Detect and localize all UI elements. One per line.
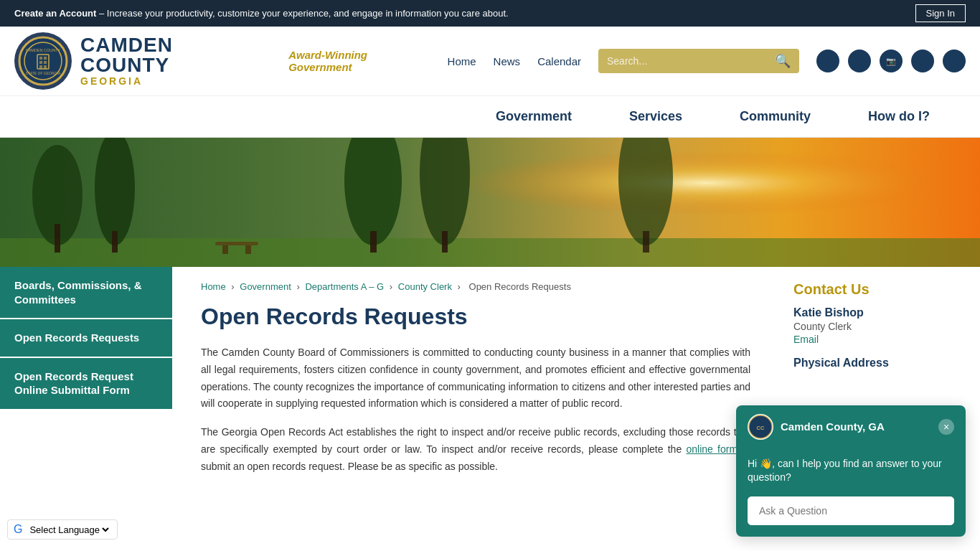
banner-text: Create an Account – Increase your produc… bbox=[14, 8, 509, 19]
svg-rect-9 bbox=[39, 65, 42, 69]
instagram-icon[interactable]: 📷 bbox=[880, 50, 903, 72]
svg-rect-6 bbox=[44, 57, 47, 60]
breadcrumb-sep-2: › bbox=[296, 281, 302, 292]
svg-rect-15 bbox=[55, 224, 60, 253]
chat-input-area bbox=[748, 496, 954, 525]
paragraph-2: The Georgia Open Records Act establishes… bbox=[201, 424, 750, 475]
social-icons: f 𝕏 📷 ▶ in bbox=[816, 50, 966, 72]
contact-role: County Clerk bbox=[793, 321, 966, 332]
chat-body: Hi 👋, can I help you find an answer to y… bbox=[736, 448, 966, 537]
nav-community[interactable]: Community bbox=[732, 96, 818, 137]
hero-svg bbox=[0, 138, 980, 267]
svg-rect-25 bbox=[222, 245, 228, 254]
breadcrumb-county-clerk[interactable]: County Clerk bbox=[398, 281, 452, 292]
seal-svg: CAMDEN COUNTY STATE OF GEORGIA bbox=[18, 36, 68, 86]
create-account-link[interactable]: Create an Account bbox=[14, 8, 96, 19]
translate-icon: G bbox=[14, 523, 22, 536]
nav-news[interactable]: News bbox=[494, 55, 521, 67]
county-seal: CAMDEN COUNTY STATE OF GEORGIA bbox=[14, 32, 72, 90]
search-input[interactable] bbox=[607, 55, 775, 67]
chat-header-title: Camden County, GA bbox=[781, 420, 885, 433]
breadcrumb-departments[interactable]: Departments A – G bbox=[305, 281, 384, 292]
svg-point-0 bbox=[19, 37, 67, 85]
hero-image bbox=[0, 138, 980, 267]
nav-government[interactable]: Government bbox=[489, 96, 579, 137]
state-name: GEORGIA bbox=[80, 75, 267, 87]
sidebar-item-submittal-form[interactable]: Open Records Request Online Submittal Fo… bbox=[0, 358, 172, 410]
language-select[interactable]: Select Language English Spanish French G… bbox=[27, 524, 111, 536]
contact-email-link[interactable]: Email bbox=[793, 334, 819, 345]
svg-rect-23 bbox=[643, 231, 649, 253]
breadcrumb-current: Open Records Requests bbox=[469, 281, 571, 292]
main-content: Home › Government › Departments A – G › … bbox=[172, 267, 779, 551]
header-nav: Home News Calendar 🔍 f 𝕏 📷 ▶ in bbox=[448, 49, 966, 73]
header: CAMDEN COUNTY STATE OF GEORGIA CAMDEN CO… bbox=[0, 27, 980, 138]
chat-logo-seal: CC bbox=[748, 415, 773, 439]
chat-message: Hi 👋, can I help you find an answer to y… bbox=[748, 457, 954, 485]
sidebar-item-boards[interactable]: Boards, Commissions, & Committees bbox=[0, 267, 172, 319]
language-selector: G Select Language English Spanish French… bbox=[7, 519, 118, 540]
svg-text:CC: CC bbox=[757, 425, 765, 431]
svg-text:CAMDEN COUNTY: CAMDEN COUNTY bbox=[26, 48, 61, 52]
breadcrumb: Home › Government › Departments A – G › … bbox=[201, 281, 750, 292]
nav-calendar[interactable]: Calendar bbox=[537, 55, 581, 67]
svg-rect-7 bbox=[39, 61, 42, 64]
online-form-link[interactable]: online form bbox=[686, 443, 738, 455]
contact-us-title: Contact Us bbox=[793, 281, 966, 298]
contact-email: Email bbox=[793, 334, 966, 345]
svg-rect-21 bbox=[442, 231, 448, 253]
linkedin-icon[interactable]: in bbox=[943, 50, 966, 72]
breadcrumb-sep-3: › bbox=[390, 281, 395, 292]
svg-rect-13 bbox=[0, 238, 980, 267]
nav-home[interactable]: Home bbox=[448, 55, 476, 67]
breadcrumb-sep-1: › bbox=[231, 281, 237, 292]
breadcrumb-sep-4: › bbox=[458, 281, 463, 292]
svg-text:STATE OF GEORGIA: STATE OF GEORGIA bbox=[26, 71, 61, 75]
breadcrumb-government[interactable]: Government bbox=[240, 281, 291, 292]
facebook-icon[interactable]: f bbox=[816, 50, 839, 72]
chat-widget: CC Camden County, GA × Hi 👋, can I help … bbox=[736, 405, 966, 537]
svg-rect-17 bbox=[112, 231, 118, 253]
main-nav: Government Services Community How do I? bbox=[0, 95, 980, 137]
chat-close-button[interactable]: × bbox=[938, 419, 954, 435]
sidebar-item-open-records[interactable]: Open Records Requests bbox=[0, 319, 172, 358]
sidebar: Boards, Commissions, & Committees Open R… bbox=[0, 267, 172, 551]
top-banner: Create an Account – Increase your produc… bbox=[0, 0, 980, 27]
header-top: CAMDEN COUNTY STATE OF GEORGIA CAMDEN CO… bbox=[0, 27, 980, 95]
page-title: Open Records Requests bbox=[201, 303, 750, 330]
contact-name: Katie Bishop bbox=[793, 306, 966, 319]
youtube-icon[interactable]: ▶ bbox=[911, 50, 934, 72]
chat-logo: CC bbox=[748, 414, 773, 440]
physical-address-title: Physical Address bbox=[793, 357, 966, 369]
search-button[interactable]: 🔍 bbox=[775, 53, 791, 69]
banner-description: – Increase your productivity, customize … bbox=[99, 8, 509, 19]
svg-rect-19 bbox=[370, 231, 377, 253]
paragraph-2-start: The Georgia Open Records Act establishes… bbox=[201, 426, 750, 455]
svg-rect-8 bbox=[44, 61, 47, 64]
nav-services[interactable]: Services bbox=[622, 96, 689, 137]
tagline: Award-Winning Government bbox=[288, 49, 433, 73]
sign-in-button[interactable]: Sign In bbox=[915, 4, 966, 22]
paragraph-1: The Camden County Board of Commissioners… bbox=[201, 344, 750, 413]
svg-rect-26 bbox=[245, 245, 251, 254]
chat-header: CC Camden County, GA × bbox=[736, 405, 966, 448]
search-bar: 🔍 bbox=[598, 49, 799, 73]
chat-input[interactable] bbox=[748, 496, 954, 525]
svg-rect-10 bbox=[44, 65, 47, 69]
breadcrumb-home[interactable]: Home bbox=[201, 281, 226, 292]
nav-how-do-i[interactable]: How do I? bbox=[861, 96, 937, 137]
search-icon: 🔍 bbox=[775, 54, 791, 68]
svg-rect-5 bbox=[39, 57, 42, 60]
svg-rect-24 bbox=[215, 242, 258, 245]
county-name: CAMDEN COUNTY bbox=[80, 35, 267, 75]
twitter-icon[interactable]: 𝕏 bbox=[848, 50, 871, 72]
logo-area: CAMDEN COUNTY STATE OF GEORGIA CAMDEN CO… bbox=[14, 32, 267, 90]
logo-text: CAMDEN COUNTY GEORGIA bbox=[80, 35, 267, 87]
